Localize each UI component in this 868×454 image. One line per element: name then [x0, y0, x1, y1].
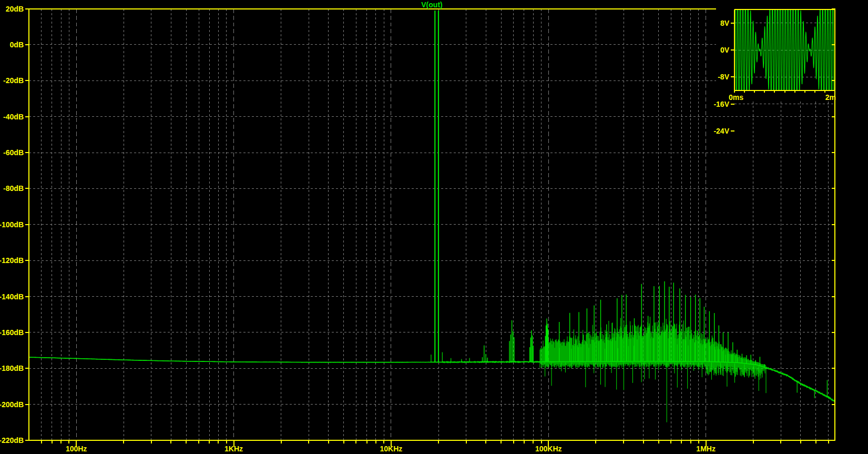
y-axis-tick-label: 0dB [10, 41, 24, 49]
y-axis-tick-label: -40dB [3, 113, 24, 121]
waveform-viewer-window: 20dB0dB-20dB-40dB-60dB-80dB-100dB-120dB-… [0, 0, 868, 454]
y-axis-tick-label: -120dB [0, 256, 24, 265]
inset-y-tick-label: -24V [713, 127, 729, 135]
y-axis-tick-label: -20dB [3, 76, 24, 85]
x-axis-tick-label: 100Hz [66, 445, 87, 453]
x-axis-tick-label: 100KHz [535, 445, 562, 453]
y-axis-tick-label: -160dB [0, 328, 24, 337]
fft-plot-canvas[interactable]: 20dB0dB-20dB-40dB-60dB-80dB-100dB-120dB-… [0, 0, 868, 454]
x-axis-tick-label: 10KHz [380, 445, 402, 453]
x-axis-tick-label: 1MHz [696, 445, 716, 453]
x-axis-tick-label: 1KHz [224, 445, 243, 453]
inset-y-tick-label: -16V [713, 100, 729, 108]
y-axis-tick-label: -80dB [3, 184, 24, 193]
y-axis-tick-label: -180dB [0, 364, 24, 372]
inset-x-tick-label: 0ms [729, 93, 743, 102]
y-axis-tick-label: -220dB [0, 436, 24, 445]
y-axis-tick-label: -200dB [0, 400, 24, 409]
y-axis-tick-label: -60dB [3, 148, 24, 157]
inset-x-tick-label: 2m [825, 93, 836, 102]
y-axis-tick-label: 20dB [6, 5, 24, 13]
y-axis-tick-label: -100dB [0, 220, 24, 229]
inset-y-tick-label: 0V [720, 46, 730, 54]
inset-y-tick-label: 8V [720, 19, 730, 27]
y-axis-tick-label: -140dB [0, 292, 24, 301]
inset-y-tick-label: -8V [718, 73, 729, 81]
